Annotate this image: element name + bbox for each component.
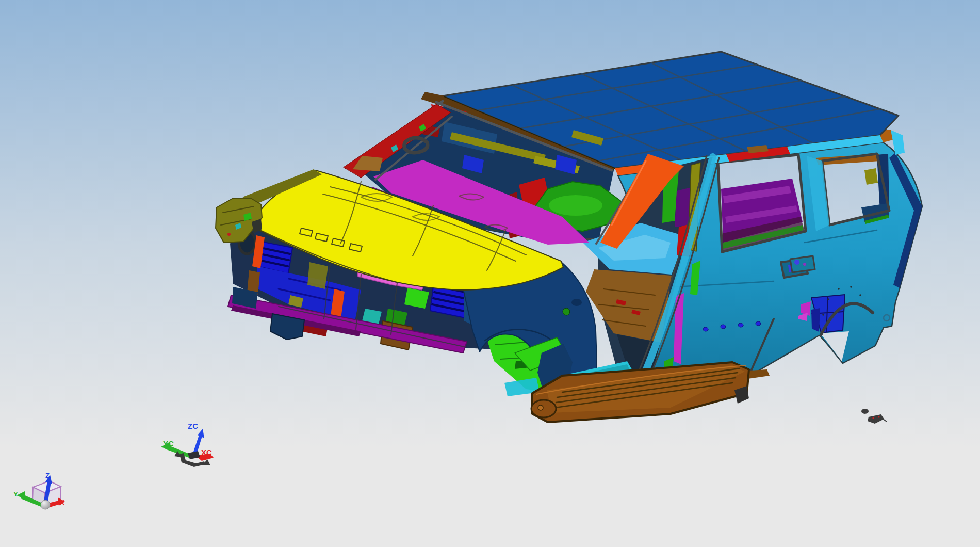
rear-arch-blue-box[interactable] bbox=[811, 295, 845, 333]
wcs-x-label: XC bbox=[201, 448, 212, 457]
fragment-red-dot bbox=[872, 417, 874, 419]
quarter-window-olive-bracket[interactable] bbox=[864, 168, 878, 185]
step-cap-rivet bbox=[538, 405, 543, 410]
view-x-label: X bbox=[60, 498, 64, 506]
step-end-cap bbox=[531, 400, 556, 417]
fuel-filler-bracket[interactable] bbox=[790, 256, 815, 272]
triad-origin-sphere[interactable] bbox=[41, 500, 50, 509]
fender-green-grommet bbox=[563, 308, 570, 315]
cad-3d-viewport[interactable]: ZC YC XC Z Y X bbox=[0, 0, 980, 547]
fragment-red-dot bbox=[878, 416, 879, 417]
fender-hole bbox=[571, 299, 582, 306]
tip-red-dot bbox=[227, 233, 231, 236]
front-olive-bit bbox=[307, 262, 328, 289]
wcs-z-label: ZC bbox=[188, 422, 198, 430]
wcs-y-label: YC bbox=[163, 439, 174, 448]
view-y-label: Y bbox=[13, 490, 18, 498]
view-z-label: Z bbox=[45, 472, 50, 479]
